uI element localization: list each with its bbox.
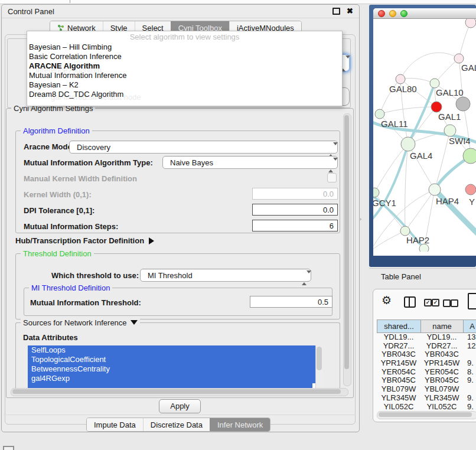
- network-node[interactable]: [419, 244, 429, 252]
- table-header-cell[interactable]: A: [463, 320, 476, 332]
- data-attribute-item[interactable]: gal4RGexp: [28, 374, 316, 383]
- tab[interactable]: Discretize Data: [143, 418, 210, 431]
- manual-kernel-width-label: Manual Kernel Width Definition: [24, 174, 137, 183]
- network-node[interactable]: [463, 148, 476, 164]
- network-node-gal80[interactable]: [396, 74, 405, 84]
- network-node[interactable]: [465, 19, 476, 28]
- dropdown-item[interactable]: Basic Correlation Inference: [27, 52, 342, 61]
- network-node-label: GAL1: [438, 112, 461, 122]
- document-icon[interactable]: [468, 293, 476, 309]
- network-svg[interactable]: GALGAL80GAL10GAL1GAL11SWI4GAL4GCY1HAP4YH…: [373, 19, 476, 252]
- network-node[interactable]: [456, 97, 470, 111]
- cell-name: YDL19...: [420, 333, 463, 342]
- table-row[interactable]: YBR045C YBR045C 9.: [377, 376, 476, 385]
- data-attribute-item[interactable]: BetweennessCentrality: [28, 364, 316, 374]
- network-node-label: HAP4: [436, 196, 459, 206]
- table-row[interactable]: YPR145W YPR145W 9.: [377, 359, 476, 368]
- panel-divider-handle[interactable]: ›: [360, 216, 361, 222]
- table-panel-top-border: [369, 268, 476, 269]
- network-view-frame[interactable]: GALGAL80GAL10GAL1GAL11SWI4GAL4GCY1HAP4YH…: [369, 5, 476, 267]
- select-all-checkbox-icon[interactable]: ✓: [424, 299, 432, 306]
- aracne-mode-value: Discovery: [77, 143, 110, 152]
- dropdown-item[interactable]: Bayesian – Hill Climbing: [27, 43, 342, 52]
- table-row[interactable]: YER054C YER054C 8.: [377, 368, 476, 377]
- hub-definition-toggle[interactable]: Hub/Transcription Factor Definition: [15, 236, 154, 245]
- mi-threshold-input[interactable]: 0.5: [250, 296, 332, 308]
- cell-name: YLR345W: [420, 394, 463, 403]
- network-node-gal1[interactable]: [431, 102, 442, 112]
- network-node-gal[interactable]: [454, 54, 464, 63]
- dropdown-item[interactable]: Bayesian – K2: [27, 80, 342, 90]
- tab[interactable]: Impute Data: [87, 418, 143, 431]
- cell-value: 13: [463, 333, 476, 342]
- network-node-gcy1[interactable]: [373, 188, 379, 197]
- aracne-mode-combobox[interactable]: Discovery: [69, 141, 338, 154]
- network-node-hap4[interactable]: [429, 184, 441, 195]
- control-panel-titlebar: Control Panel ✖: [2, 5, 359, 18]
- threshold-definition-title: Threshold Definition: [21, 249, 94, 258]
- cell-value: 9.: [463, 394, 476, 403]
- network-edge[interactable]: [435, 58, 459, 83]
- table-row[interactable]: YBL079W YBL079W: [377, 385, 476, 394]
- network-edge[interactable]: [459, 22, 471, 58]
- table-header-cell[interactable]: shared...: [377, 320, 420, 332]
- manual-kernel-width-checkbox[interactable]: [327, 173, 337, 182]
- dock-panel-icon-partial[interactable]: [3, 446, 14, 450]
- table-row[interactable]: YDR27... YDR27... 12: [377, 342, 476, 351]
- dpi-tolerance-input[interactable]: 0.0: [252, 204, 338, 216]
- select-all-checkbox-icon[interactable]: ✓: [432, 299, 439, 306]
- close-icon[interactable]: ✖: [347, 8, 353, 14]
- network-edge[interactable]: [380, 107, 436, 114]
- mi-algorithm-type-combobox[interactable]: Naive Bayes: [162, 156, 338, 169]
- cell-value: 9.: [463, 376, 476, 385]
- data-attribute-item[interactable]: TopologicalCoefficient: [28, 355, 316, 364]
- network-edge[interactable]: [373, 231, 405, 251]
- apply-button[interactable]: Apply: [159, 399, 201, 413]
- network-edge[interactable]: [405, 144, 408, 231]
- table-row[interactable]: YBR043C YBR043C: [377, 350, 476, 359]
- network-node-gal11[interactable]: [375, 109, 384, 119]
- tab[interactable]: Infer Network: [210, 418, 270, 431]
- network-node-y[interactable]: [465, 184, 476, 195]
- cell-shared-name: YBR043C: [377, 350, 420, 359]
- network-node-hap2[interactable]: [400, 226, 410, 236]
- table-header-row: shared...nameA: [377, 319, 476, 333]
- close-traffic-light-icon[interactable]: [378, 10, 385, 17]
- which-threshold-combobox[interactable]: MI Threshold: [140, 269, 311, 282]
- table-row[interactable]: YIL052C YIL052C 9.: [377, 403, 476, 412]
- float-window-icon[interactable]: [332, 8, 340, 15]
- network-node-label: GAL4: [410, 151, 432, 161]
- zoom-traffic-light-icon[interactable]: [400, 10, 407, 17]
- which-threshold-value: MI Threshold: [148, 271, 193, 280]
- sources-title[interactable]: Sources for Network Inference: [21, 318, 140, 327]
- attribute-list-scrollbar[interactable]: [315, 345, 323, 389]
- network-edge[interactable]: [400, 78, 435, 83]
- settings-gear-icon[interactable]: ⚙: [382, 294, 392, 307]
- deselect-checkbox-icon[interactable]: [451, 299, 458, 307]
- data-attribute-item[interactable]: SelfLoops: [28, 345, 316, 355]
- mi-steps-label: Mutual Information Steps:: [24, 222, 118, 231]
- table-horizontal-scrollbar[interactable]: [377, 411, 476, 419]
- table-row[interactable]: YLR345W YLR345W 9.: [377, 394, 476, 403]
- network-node-gal4[interactable]: [401, 137, 415, 151]
- cell-name: YBR045C: [420, 376, 463, 385]
- tab-label: Impute Data: [94, 420, 136, 429]
- minimize-traffic-light-icon[interactable]: [389, 10, 396, 17]
- kernel-width-input[interactable]: 0.0: [252, 188, 338, 200]
- settings-vertical-scrollbar[interactable]: [343, 113, 351, 386]
- network-node-gal10[interactable]: [430, 79, 439, 88]
- deselect-checkbox-icon[interactable]: [443, 299, 451, 307]
- cell-name: YBR043C: [420, 350, 463, 359]
- network-edge[interactable]: [405, 190, 435, 231]
- sources-group: Sources for Network Inference Data Attri…: [15, 322, 340, 394]
- settings-horizontal-scrollbar[interactable]: [11, 388, 348, 396]
- mi-steps-input[interactable]: 6: [252, 220, 338, 231]
- combo-spinner-icon: [302, 272, 307, 285]
- cell-shared-name: YDL19...: [377, 333, 420, 342]
- column-layout-icon[interactable]: [404, 296, 416, 308]
- table-header-cell[interactable]: name: [420, 320, 463, 332]
- table-row[interactable]: YDL19... YDL19... 13: [377, 333, 476, 342]
- network-edge[interactable]: [400, 53, 459, 79]
- network-edge[interactable]: [374, 144, 408, 193]
- network-node-swi4[interactable]: [444, 125, 456, 136]
